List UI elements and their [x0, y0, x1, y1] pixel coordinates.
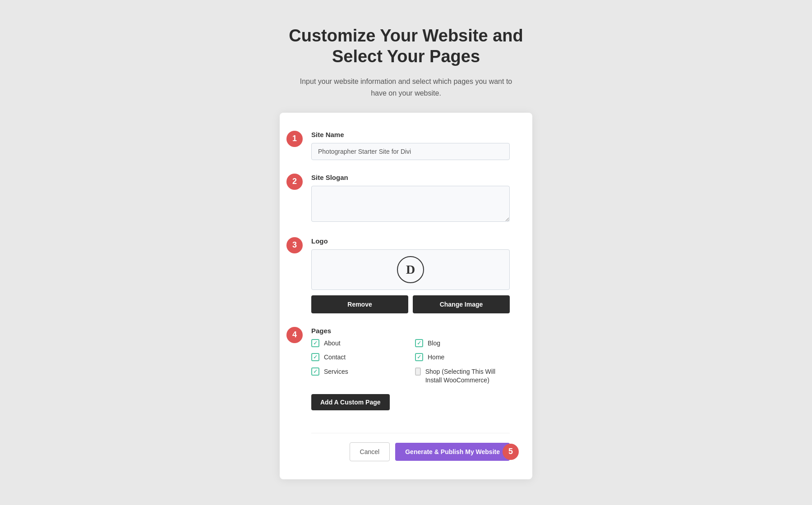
contact-label: Contact — [324, 353, 346, 362]
step-badge-3: 3 — [286, 237, 303, 253]
list-item: Home — [415, 353, 510, 362]
site-slogan-section: 2 Site Slogan — [311, 174, 510, 224]
shop-label: Shop (Selecting This Will Install WooCom… — [425, 367, 510, 385]
step-badge-2: 2 — [286, 174, 303, 190]
pages-grid: About Blog Contact Home — [311, 339, 510, 385]
page-wrapper: Customize Your Website and Select Your P… — [0, 8, 812, 497]
cancel-button[interactable]: Cancel — [350, 442, 390, 461]
footer-buttons: Cancel Generate & Publish My Website 5 — [311, 442, 510, 461]
services-checkbox[interactable] — [311, 367, 319, 376]
pages-label: Pages — [311, 327, 510, 335]
step-badge-4: 4 — [286, 327, 303, 343]
page-title: Customize Your Website and Select Your P… — [289, 26, 523, 67]
logo-section: 3 Logo D Remove Change Image — [311, 237, 510, 313]
add-custom-page-button[interactable]: Add A Custom Page — [311, 394, 390, 410]
logo-buttons: Remove Change Image — [311, 295, 510, 313]
pages-section: 4 Pages About Blog Contact — [311, 327, 510, 419]
logo-icon: D — [397, 256, 424, 283]
logo-preview: D — [311, 249, 510, 290]
step-badge-1: 1 — [286, 131, 303, 147]
services-label: Services — [324, 367, 348, 376]
blog-label: Blog — [428, 339, 440, 348]
list-item: Blog — [415, 339, 510, 348]
site-name-section: 1 Site Name — [311, 131, 510, 160]
change-image-button[interactable]: Change Image — [413, 295, 510, 313]
step-badge-5: 5 — [503, 444, 519, 460]
contact-checkbox[interactable] — [311, 353, 319, 361]
form-card: 1 Site Name 2 Site Slogan 3 Logo D Remov… — [280, 113, 532, 479]
home-checkbox[interactable] — [415, 353, 423, 361]
list-item: Contact — [311, 353, 406, 362]
list-item: Shop (Selecting This Will Install WooCom… — [415, 367, 510, 385]
site-name-input[interactable] — [311, 143, 510, 160]
shop-checkbox[interactable] — [415, 367, 421, 376]
page-subtitle: Input your website information and selec… — [293, 76, 519, 99]
list-item: Services — [311, 367, 406, 385]
site-slogan-label: Site Slogan — [311, 174, 510, 181]
publish-button[interactable]: Generate & Publish My Website — [395, 443, 510, 461]
about-label: About — [324, 339, 341, 348]
divider — [311, 433, 510, 433]
about-checkbox[interactable] — [311, 339, 319, 347]
logo-label: Logo — [311, 237, 510, 245]
remove-button[interactable]: Remove — [311, 295, 408, 313]
site-slogan-input[interactable] — [311, 186, 510, 222]
blog-checkbox[interactable] — [415, 339, 423, 347]
site-name-label: Site Name — [311, 131, 510, 138]
home-label: Home — [428, 353, 444, 362]
list-item: About — [311, 339, 406, 348]
